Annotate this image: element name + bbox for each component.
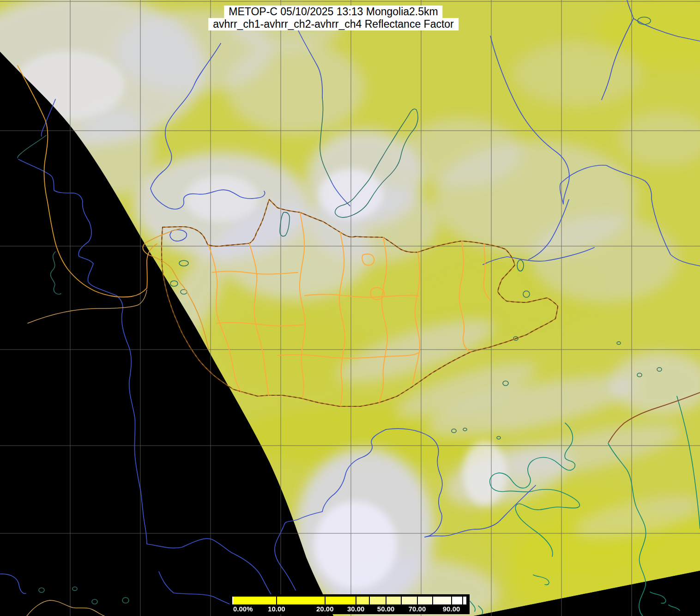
colorbar-tick	[417, 597, 418, 604]
colorbar-label: 70.00	[409, 605, 426, 613]
colorbar-tick	[401, 597, 402, 604]
colorbar-labels: 0.00%10.0020.0030.0050.0070.0090.00	[232, 605, 466, 613]
colorbar-label: 90.00	[443, 605, 460, 613]
satellite-image-viewport: METOP-C 05/10/2025 13:13 Mongolia2.5km a…	[0, 0, 700, 616]
colorbar-tick	[356, 597, 356, 604]
colorbar-label: 10.00	[268, 605, 285, 613]
colorbar-label: 30.00	[347, 605, 365, 613]
colorbar-label: 50.00	[377, 605, 395, 613]
colorbar-tick	[325, 597, 326, 604]
satellite-map	[0, 0, 700, 616]
title-line-1: METOP-C 05/10/2025 13:13 Mongolia2.5km	[224, 6, 442, 18]
colorbar-gradient	[232, 597, 466, 604]
colorbar-tick	[386, 597, 386, 604]
title-line-2: avhrr_ch1-avhrr_ch2-avhrr_ch4 Reflectanc…	[208, 18, 459, 30]
colorbar-tick	[369, 597, 370, 604]
colorbar-tick	[432, 597, 433, 604]
colorbar-tick	[451, 597, 452, 604]
colorbar: 0.00%10.0020.0030.0050.0070.0090.00	[229, 594, 470, 614]
colorbar-tick	[276, 597, 277, 604]
colorbar-label: 20.00	[316, 605, 334, 613]
colorbar-tick	[462, 597, 463, 604]
colorbar-label: 0.00%	[233, 605, 253, 613]
